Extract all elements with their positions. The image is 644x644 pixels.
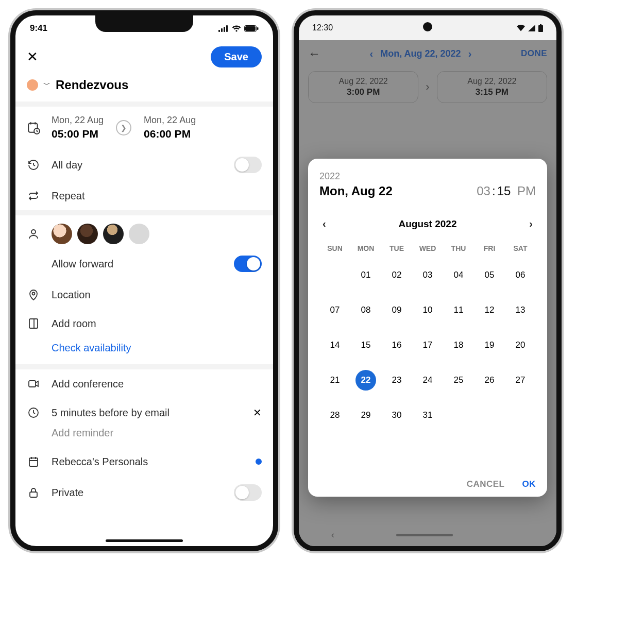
end-date-label: Mon, 22 Aug bbox=[144, 115, 196, 126]
event-title-row[interactable]: ﹀ Rendezvous bbox=[15, 75, 273, 101]
clock-icon bbox=[27, 406, 40, 419]
location-row[interactable]: Location bbox=[15, 280, 273, 309]
check-availability-link[interactable]: Check availability bbox=[52, 342, 131, 354]
calendar-row[interactable]: Rebecca's Personals bbox=[15, 447, 273, 476]
repeat-row[interactable]: Repeat bbox=[15, 181, 273, 210]
header-date: Mon, Aug 22, 2022 bbox=[380, 48, 461, 59]
next-month-icon[interactable]: › bbox=[526, 218, 536, 230]
calendar-day[interactable]: 29 bbox=[355, 405, 376, 426]
calendar-clock-icon bbox=[27, 121, 40, 134]
lock-icon bbox=[27, 486, 40, 499]
calendar-day[interactable]: 10 bbox=[417, 300, 438, 320]
calendar-day[interactable]: 05 bbox=[479, 265, 500, 285]
calendar-day[interactable]: 22 bbox=[355, 370, 376, 391]
picker-year[interactable]: 2022 bbox=[319, 171, 536, 182]
calendar-day[interactable]: 20 bbox=[510, 335, 531, 355]
calendar-empty bbox=[325, 265, 345, 285]
calendar-day[interactable]: 07 bbox=[325, 300, 345, 320]
calendar-day[interactable]: 19 bbox=[479, 335, 500, 355]
location-icon bbox=[27, 289, 40, 301]
dow-label: SUN bbox=[319, 244, 350, 252]
date-picker-modal: 2022 Mon, Aug 22 03:15 PM ‹ August 2022 … bbox=[308, 159, 547, 497]
avatar[interactable] bbox=[77, 224, 98, 244]
all-day-toggle[interactable] bbox=[234, 157, 262, 173]
status-time: 12:30 bbox=[312, 23, 333, 32]
calendar-day[interactable]: 28 bbox=[325, 405, 345, 426]
calendar-day[interactable]: 12 bbox=[479, 300, 500, 320]
next-day-icon[interactable]: › bbox=[468, 48, 472, 60]
calendar-empty bbox=[479, 405, 500, 426]
calendar-day[interactable]: 23 bbox=[386, 370, 407, 391]
private-toggle[interactable] bbox=[234, 484, 262, 501]
attendee-avatars bbox=[52, 224, 149, 244]
calendar-day[interactable]: 18 bbox=[448, 335, 469, 355]
start-pill[interactable]: Aug 22, 2022 3:00 PM bbox=[308, 71, 418, 103]
add-room-row[interactable]: Add room bbox=[15, 309, 273, 338]
start-time[interactable]: Mon, 22 Aug 05:00 PM bbox=[52, 115, 104, 140]
calendar-day[interactable]: 04 bbox=[448, 265, 469, 285]
close-icon[interactable]: ✕ bbox=[27, 49, 38, 65]
calendar-day[interactable]: 26 bbox=[479, 370, 500, 391]
calendar-day[interactable]: 02 bbox=[386, 265, 407, 285]
svg-point-9 bbox=[31, 230, 36, 234]
calendar-day[interactable]: 03 bbox=[417, 265, 438, 285]
end-pill[interactable]: Aug 22, 2022 3:15 PM bbox=[437, 71, 547, 103]
allow-forward-toggle[interactable] bbox=[234, 256, 262, 272]
battery-icon bbox=[538, 24, 543, 32]
add-conference-row[interactable]: Add conference bbox=[15, 369, 273, 398]
time-ampm: PM bbox=[517, 184, 536, 198]
end-time[interactable]: Mon, 22 Aug 06:00 PM bbox=[144, 115, 196, 140]
remove-reminder-icon[interactable]: ✕ bbox=[253, 406, 262, 419]
avatar[interactable] bbox=[103, 224, 124, 244]
prev-day-icon[interactable]: ‹ bbox=[370, 48, 374, 60]
attendees-row[interactable] bbox=[15, 215, 273, 252]
avatar[interactable] bbox=[52, 224, 72, 244]
calendar-day[interactable]: 25 bbox=[448, 370, 469, 391]
svg-rect-12 bbox=[29, 381, 36, 387]
check-availability-row[interactable]: Check availability bbox=[15, 338, 273, 364]
ios-header: ✕ Save bbox=[15, 41, 273, 75]
cellular-icon bbox=[528, 25, 535, 31]
calendar-day[interactable]: 09 bbox=[386, 300, 407, 320]
picker-selected-time[interactable]: 03:15 PM bbox=[477, 184, 536, 198]
calendar-day[interactable]: 17 bbox=[417, 335, 438, 355]
private-label: Private bbox=[52, 487, 83, 499]
person-icon bbox=[27, 228, 40, 240]
calendar-day[interactable]: 08 bbox=[355, 300, 376, 320]
nav-home-icon[interactable] bbox=[396, 534, 453, 536]
time-hour: 03 bbox=[477, 184, 490, 198]
reminder-label: 5 minutes before by email bbox=[52, 407, 170, 419]
android-frame: 12:30 ← ‹ Mon, Aug 22, 2022 › DONE Aug 2… bbox=[294, 10, 562, 551]
time-range-row[interactable]: Mon, 22 Aug 05:00 PM ❯ Mon, 22 Aug 06:00… bbox=[15, 107, 273, 148]
nav-back-icon[interactable]: ‹ bbox=[331, 530, 334, 540]
dow-label: SAT bbox=[505, 244, 536, 252]
back-icon[interactable]: ← bbox=[308, 46, 320, 61]
save-button[interactable]: Save bbox=[211, 46, 262, 67]
calendar-day[interactable]: 24 bbox=[417, 370, 438, 391]
svg-point-10 bbox=[32, 293, 35, 295]
calendar-day[interactable]: 14 bbox=[325, 335, 345, 355]
calendar-day[interactable]: 21 bbox=[325, 370, 345, 391]
add-reminder-row[interactable]: Add reminder bbox=[15, 427, 273, 447]
calendar-day[interactable]: 13 bbox=[510, 300, 531, 320]
calendar-day[interactable]: 16 bbox=[386, 335, 407, 355]
wifi-icon bbox=[232, 25, 241, 32]
start-time-label: 05:00 PM bbox=[52, 128, 104, 140]
done-button[interactable]: DONE bbox=[521, 48, 547, 59]
svg-rect-16 bbox=[538, 25, 543, 32]
calendar-day[interactable]: 15 bbox=[355, 335, 376, 355]
calendar-day[interactable]: 27 bbox=[510, 370, 531, 391]
calendar-day[interactable]: 06 bbox=[510, 265, 531, 285]
prev-month-icon[interactable]: ‹ bbox=[319, 218, 329, 230]
avatar[interactable] bbox=[129, 224, 149, 244]
ok-button[interactable]: OK bbox=[522, 479, 536, 489]
calendar-day[interactable]: 01 bbox=[355, 265, 376, 285]
start-date-label: Aug 22, 2022 bbox=[314, 77, 413, 86]
android-nav-bar: ‹ bbox=[299, 523, 556, 546]
month-nav: ‹ August 2022 › bbox=[319, 218, 536, 230]
calendar-day[interactable]: 31 bbox=[417, 405, 438, 426]
arrow-right-icon: ❯ bbox=[116, 120, 131, 135]
calendar-day[interactable]: 11 bbox=[448, 300, 469, 320]
calendar-day[interactable]: 30 bbox=[386, 405, 407, 426]
cancel-button[interactable]: CANCEL bbox=[467, 479, 505, 489]
